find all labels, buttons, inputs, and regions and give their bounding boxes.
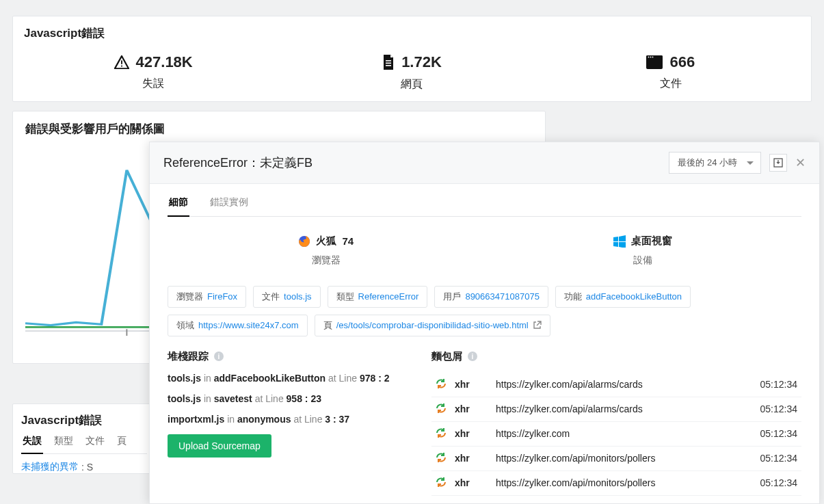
error-detail-panel: ReferenceError：未定義FB 最後的 24 小時 ✕ 細節 錯誤實例… [149,142,820,504]
pill-function: 功能addFacebookLikeButton [555,286,691,308]
breadcrumb-time: 05:12:34 [748,421,801,446]
detail-header: ReferenceError：未定義FB 最後的 24 小時 ✕ [150,142,819,184]
firefox-icon [298,235,310,248]
windows-icon [613,235,626,248]
svg-point-7 [648,57,650,58]
breadcrumb-url: https://zylker.com/api/alarms/cards [492,373,748,397]
environment-row: 火狐 74 瀏覽器 桌面視窗 設備 [168,228,801,274]
js-errors-summary: Javascript錯誤 427.18K 失誤 1.72K 網頁 [12,16,812,102]
breadcrumb-row: xhrhttps://zylker.com05:12:34 [431,421,801,446]
error-list-card: Javascript錯誤 失誤 類型 文件 頁 未捕獲的異常 : S [12,403,156,474]
refresh-icon [436,477,447,488]
pill-user: 用戶890663471087075 [434,286,548,308]
detail-title: ReferenceError：未定義FB [163,155,313,171]
stat-value: 1.72K [401,53,442,71]
stat-value: 666 [669,53,695,71]
refresh-icon [436,378,447,389]
stat-errors: 427.18K 失誤 [24,47,282,101]
breadcrumb-url: https://zylker.com [492,421,748,446]
browser-version: 74 [342,235,354,247]
stat-label: 失誤 [24,77,282,91]
chart-title: 錯誤與受影響用戶的關係圖 [25,121,533,137]
svg-rect-1 [121,66,122,67]
stack-trace-section: 堆棧跟踪 i tools.js in addFacebookLikeButton… [168,350,414,496]
browser-window-icon [646,55,663,69]
summary-title: Javascript錯誤 [24,25,800,41]
svg-rect-0 [121,60,122,64]
breadcrumb-time: 05:12:34 [748,446,801,470]
breadcrumb-url: https://zylker.com/api/alarms/cards [492,397,748,421]
pill-domain: 領域https://www.site24x7.com [168,315,308,336]
tab-errors[interactable]: 失誤 [21,435,43,454]
stat-row: 427.18K 失誤 1.72K 網頁 666 文件 [24,47,800,101]
close-icon[interactable]: ✕ [795,155,806,170]
stack-heading: 堆棧跟踪 i [168,350,414,363]
error-item-link[interactable]: 未捕獲的異常 [21,461,79,473]
breadcrumb-row: xhrhttps://zylker.com/api/monitors/polle… [431,446,801,470]
breadcrumb-time: 05:12:34 [748,397,801,421]
info-icon[interactable]: i [468,352,477,361]
device-info: 桌面視窗 設備 [485,228,802,274]
tab-page[interactable]: 頁 [116,435,128,453]
pill-page: 頁 /es/tools/comprobar-disponibilidad-sit… [315,315,550,336]
stat-label: 網頁 [282,77,541,92]
breadcrumb-type: xhr [451,446,492,470]
browser-info: 火狐 74 瀏覽器 [168,228,485,274]
detail-tabs: 細節 錯誤實例 [168,196,801,217]
tab-type[interactable]: 類型 [53,435,75,453]
svg-rect-3 [386,63,391,64]
error-list-tabs: 失誤 類型 文件 頁 [21,435,147,454]
breadcrumb-type: xhr [451,470,492,495]
time-range-selector[interactable]: 最後的 24 小時 [669,152,761,174]
tab-instances[interactable]: 錯誤實例 [209,196,250,216]
svg-rect-4 [386,65,391,66]
breadcrumb-url: https://zylker.com/api/monitors/pollers [492,470,748,495]
svg-point-9 [652,57,654,58]
device-label: 設備 [485,254,802,267]
breadcrumb-type: xhr [451,373,492,397]
pill-type: 類型ReferenceError [328,286,428,308]
breadcrumb-time: 05:12:34 [748,373,801,397]
refresh-icon [436,427,447,438]
svg-rect-2 [386,60,391,62]
page-icon [382,55,395,70]
upload-sourcemap-button[interactable]: Upload Sourcemap [168,434,271,457]
stat-label: 文件 [542,77,800,91]
error-list-title: Javascript錯誤 [21,412,147,428]
breadcrumb-table: xhrhttps://zylker.com/api/alarms/cards05… [431,373,801,496]
stack-line: importxml.js in anonymous at Line 3 : 37 [168,414,414,425]
breadcrumbs-section: 麵包屑 i xhrhttps://zylker.com/api/alarms/c… [431,350,801,496]
browser-label: 瀏覽器 [168,254,485,267]
stat-pages: 1.72K 網頁 [282,47,541,101]
error-item-trail: : S [81,462,93,473]
breadcrumb-row: xhrhttps://zylker.com/api/alarms/cards05… [431,373,801,397]
export-pdf-button[interactable] [769,154,787,172]
stat-value: 427.18K [136,53,193,71]
refresh-icon [436,452,447,463]
tab-file[interactable]: 文件 [84,435,106,453]
svg-point-8 [650,57,652,58]
stack-line: tools.js in savetest at Line 958 : 23 [168,393,414,404]
breadcrumb-url: https://zylker.com/api/monitors/pollers [492,446,748,470]
breadcrumb-time: 05:12:34 [748,470,801,495]
stack-line: tools.js in addFacebookLikeButton at Lin… [168,373,414,384]
breadcrumb-row: xhrhttps://zylker.com/api/alarms/cards05… [431,397,801,421]
detail-body: 細節 錯誤實例 火狐 74 瀏覽器 桌面視窗 [150,184,819,504]
tab-details[interactable]: 細節 [168,196,189,217]
pill-browser: 瀏覽器FireFox [168,286,246,308]
pill-file: 文件tools.js [253,286,320,308]
warning-icon [114,55,129,69]
device-name: 桌面視窗 [631,235,672,248]
metadata-pills: 瀏覽器FireFox 文件tools.js 類型ReferenceError 用… [168,286,801,336]
browser-name: 火狐 [316,235,336,248]
breadcrumb-type: xhr [451,397,492,421]
external-link-icon[interactable] [533,321,542,330]
info-icon[interactable]: i [214,352,224,361]
refresh-icon [436,403,447,414]
breadcrumb-row: xhrhttps://zylker.com/api/monitors/polle… [431,470,801,495]
stat-files: 666 文件 [542,47,800,101]
breadcrumbs-heading: 麵包屑 i [431,350,801,363]
breadcrumb-type: xhr [451,421,492,446]
